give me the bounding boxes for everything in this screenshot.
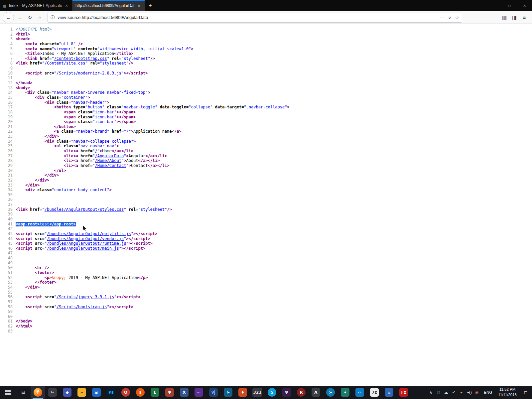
taskbar-smartgit[interactable]: ♦ [235,386,250,399]
line-number: 8 [0,61,16,66]
tab-index-page[interactable]: ▦ Index - My ASP.NET Application × [0,0,72,11]
line-number: 49 [0,261,16,266]
address-bar[interactable]: ⓘ view-source:http://localhost:56809/Ang… [48,13,462,23]
taskbar-task-view[interactable]: ▤ [16,386,31,399]
taskbar-filezilla[interactable]: Fz [396,386,411,399]
page-actions-icon[interactable]: ⋯ [440,15,444,20]
taskbar-slack[interactable]: ✻ [279,386,294,399]
minimize-button[interactable]: ─ [487,0,502,11]
source-line-8: 8<link href="/Content/site.css" rel="sty… [0,61,532,66]
source-link[interactable]: /Scripts/jquery-3.3.1.js [57,295,114,299]
source-token: <!DOCTYPE html> [16,27,52,32]
taskbar-xamarin[interactable]: X [177,386,192,399]
line-number: 46 [0,246,16,251]
taskbar-telegram[interactable]: ➤ [323,386,338,399]
new-tab-button[interactable]: + [145,0,156,11]
source-link[interactable]: /Home/Contact [95,163,126,168]
line-number: 13 [0,85,16,90]
source-link[interactable]: /bundles/AngularOutput/styles.css [45,207,124,212]
taskbar-debug-tool[interactable]: ✱ [162,386,177,399]
language-indicator[interactable]: ENG [480,390,495,394]
source-token: > [133,139,136,144]
pocket-icon[interactable]: ∨ [448,15,451,20]
taskbar-vscode[interactable]: ‹› [352,386,367,399]
source-link[interactable]: / [126,129,128,134]
forward-button[interactable]: → [15,13,25,22]
tray-volume-icon[interactable]: ◄) [465,390,473,395]
source-link[interactable]: / [95,149,97,153]
source-link[interactable]: /Content/bootstrap.css [54,56,107,61]
source-token: "width=device-width, initial-scale=1.0" [97,47,191,51]
line-number: 39 [0,212,16,217]
source-token: "viewport" [52,47,75,51]
source-link[interactable]: /bundles/AngularOutput/vendor.js [47,236,124,241]
taskbar-vs-2019[interactable]: vj [206,386,221,399]
source-token: </html> [16,324,33,329]
source-token: "stylesheet" [138,207,167,212]
source-token: ></script> [116,295,140,299]
source-link[interactable]: /bundles/AngularOutput/polyfills.js [47,231,131,236]
taskbar-android-studio[interactable]: A [309,386,323,399]
tray-network-icon[interactable]: ◉ [473,390,480,395]
close-window-button[interactable]: × [517,0,532,11]
tray-onedrive-icon[interactable]: ☁ [442,390,450,395]
source-token: <p> [45,275,52,280]
tray-hidden-icons-icon[interactable]: ∧ [427,390,435,395]
line-number: 47 [0,251,16,256]
source-link[interactable]: /Scripts/modernizr-2.8.3.js [57,71,121,75]
taskbar-7zip[interactable]: 7z [367,386,382,399]
tab-close-icon[interactable]: × [136,3,142,8]
home-button[interactable]: ⌂ [35,13,45,22]
taskbar-clock[interactable]: 11:52 PM 11/11/2018 [495,387,519,397]
taskbar-file-explorer[interactable]: ▰ [74,386,89,399]
source-link[interactable]: /AngularData [95,154,124,158]
source-token: ></script> [129,241,153,246]
tab-close-icon[interactable]: × [64,3,69,8]
source-link[interactable]: /Content/site.css [45,61,85,66]
maximize-button[interactable]: □ [502,0,517,11]
url-text: view-source:http://localhost:56809/Angul… [58,15,436,20]
start-button[interactable] [0,386,16,399]
taskbar-sourcetree[interactable]: ✦ [338,386,352,399]
bookmark-star-icon[interactable]: ☆ [455,15,459,20]
taskbar-firefox-nightly[interactable]: ◗ [133,386,148,399]
source-link[interactable]: /bundles/AngularOutput/runtime.js [47,241,126,246]
source-token [16,149,64,153]
taskbar-azure-data-studio[interactable]: ➤ [221,386,235,399]
taskbar-excel[interactable]: E [148,386,162,399]
source-link[interactable]: /Home/About [95,158,121,163]
taskbar-visual-studio[interactable]: ∞ [192,386,206,399]
reload-button[interactable]: ↻ [25,13,35,22]
source-token: class= [37,90,52,95]
tray-defender-icon[interactable]: ✔ [450,390,458,395]
source-link[interactable]: /bundles/AngularOutput/main.js [47,246,119,251]
source-line-41: 41<app-root>test</app-root> [0,222,532,227]
taskbar-maps[interactable]: ◆ [60,386,74,399]
line-number: 59 [0,309,16,314]
source-line-47: 47 [0,251,532,256]
taskbar-calculator[interactable]: 321 [250,386,265,399]
taskbar-rstudio[interactable]: R [294,386,309,399]
taskbar-opera[interactable]: O [118,386,133,399]
line-number: 33 [0,183,16,188]
taskbar-skype[interactable]: S [265,386,279,399]
library-icon[interactable]: ▥ [499,13,509,22]
sidebar-icon[interactable]: ◨ [509,13,519,22]
source-token: "icon-bar" [92,110,116,114]
taskbar-snipping-tool[interactable]: ✂ [45,386,60,399]
taskbar-firefox[interactable]: f [31,386,45,399]
source-token: href= [80,163,92,168]
source-link[interactable]: /Scripts/bootstrap.js [57,305,107,309]
tray-teams-icon[interactable]: ◎ [435,390,442,395]
info-icon[interactable]: ⓘ [51,15,55,21]
source-token: " [54,295,57,299]
taskbar-photoshop[interactable]: Ps [104,386,118,399]
tray-update-icon[interactable]: ● [458,390,465,395]
menu-button[interactable]: ≡ [519,13,529,22]
back-button[interactable]: ← [3,12,14,23]
action-center-icon[interactable]: ◻ [519,390,532,395]
taskbar-notes[interactable]: ≣ [382,386,396,399]
taskbar-photos[interactable]: ▣ [89,386,104,399]
tab-view-source[interactable]: http://localhost:56809/AngularData × [72,0,145,11]
source-token: "icon-bar" [92,119,116,124]
